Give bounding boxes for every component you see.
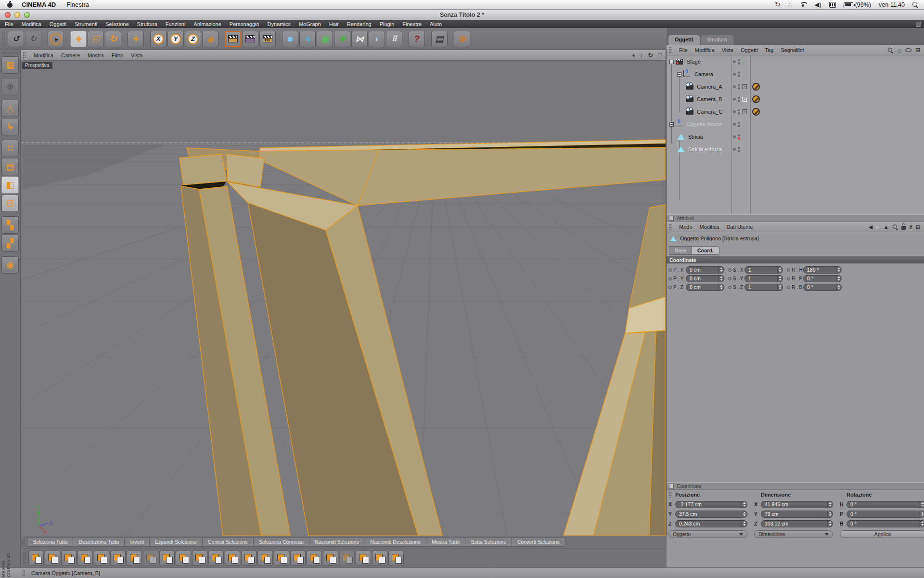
wifi-icon[interactable] — [799, 2, 807, 7]
bend[interactable] — [225, 551, 240, 566]
primitive-cube[interactable]: ■ — [282, 31, 298, 47]
layer-dot-icon[interactable] — [733, 110, 736, 113]
dimension-value-field[interactable]: 41.945 cm — [761, 501, 833, 508]
om-menu-item[interactable]: File — [679, 47, 688, 53]
app-menu-item[interactable]: Personaggio — [230, 21, 259, 27]
camera-target-icon[interactable] — [742, 97, 747, 102]
inner-extrude[interactable] — [176, 551, 191, 566]
stepper-icon[interactable] — [777, 284, 783, 290]
visibility-dots-icon[interactable] — [738, 147, 740, 152]
viewport-canvas[interactable]: Y Z X Prospettiva — [21, 61, 666, 536]
points-mode[interactable]: ∷ — [1, 140, 19, 157]
cut-edge[interactable] — [28, 551, 44, 566]
xpresso[interactable]: ▤ — [431, 31, 448, 47]
mirror[interactable] — [241, 551, 257, 566]
object-label[interactable]: Stricia estrusa — [688, 146, 722, 152]
last-tool-move[interactable]: + — [128, 31, 144, 47]
object-row[interactable]: Oggetto Scena ✓ — [667, 118, 924, 131]
deformer[interactable]: ✱ — [334, 31, 350, 47]
content-browser[interactable]: ⊕ — [454, 31, 470, 47]
layer-dot-icon[interactable] — [733, 85, 736, 88]
scene-symmetry[interactable]: ⋈ — [351, 31, 368, 47]
no-entry-tag-icon[interactable] — [752, 83, 760, 91]
stepper-icon[interactable] — [920, 521, 924, 527]
apply-button[interactable]: Applica — [840, 530, 924, 538]
viewport-menu-item[interactable]: Vista — [131, 53, 142, 58]
object-row[interactable]: Stage ✓ — [667, 55, 924, 68]
parent-object-icon[interactable]: ▲ — [884, 224, 889, 230]
search-icon[interactable] — [887, 47, 893, 53]
set-point-value[interactable] — [307, 551, 322, 566]
rotation-value-field[interactable]: 0 ° — [847, 520, 924, 527]
object-label[interactable]: Camera_C — [697, 109, 722, 115]
battery-icon[interactable]: (99%) — [844, 1, 871, 8]
app-menu-item[interactable]: Hair — [329, 21, 339, 27]
visibility-dots-icon[interactable] — [738, 59, 740, 65]
polygon-mode[interactable]: ◧ — [1, 176, 19, 194]
move[interactable]: + — [70, 31, 87, 47]
texture-mode[interactable]: ▚ — [1, 216, 19, 234]
coordinate-system[interactable]: ◈ — [202, 31, 218, 47]
iron[interactable] — [143, 551, 158, 566]
stepper-icon[interactable] — [836, 284, 841, 290]
viewport-drag-handle[interactable] — [23, 52, 26, 59]
selection-command-button[interactable]: Seleziona Tutto — [27, 538, 73, 546]
render-settings[interactable] — [259, 31, 276, 47]
axis-mode[interactable]: ↳ — [1, 118, 19, 135]
object-label[interactable]: Stage — [687, 59, 701, 65]
layer-dot-icon[interactable] — [733, 135, 736, 138]
modeling-toolbar-handle[interactable] — [23, 552, 26, 565]
coordinate-mode-dropdown[interactable]: Oggetto — [668, 530, 747, 538]
scale-field[interactable]: 1 — [744, 284, 783, 291]
object-label[interactable]: Camera — [694, 71, 713, 77]
attr-search-icon[interactable] — [892, 224, 898, 230]
bridge[interactable] — [77, 551, 93, 566]
visibility-dots-icon[interactable] — [738, 134, 740, 140]
panel-tab[interactable]: Struttura — [701, 35, 733, 45]
app-menu-item[interactable]: Animazione — [193, 21, 221, 27]
om-menu-handle[interactable] — [668, 47, 672, 54]
subdivide[interactable] — [323, 551, 338, 566]
view-label[interactable]: Prospettiva — [22, 62, 52, 69]
selection-command-button[interactable]: Inverti — [125, 538, 150, 546]
volume-icon[interactable]: ◀) — [814, 1, 821, 8]
app-menu-item[interactable]: Modifica — [22, 21, 41, 27]
weld-magnet[interactable] — [388, 551, 404, 566]
edge-mode[interactable]: ▤ — [1, 158, 19, 175]
position-value-field[interactable]: 0.243 cm — [675, 520, 747, 527]
om-menu-item[interactable]: Tag — [765, 47, 773, 53]
object-label[interactable]: Camera_A — [697, 84, 722, 90]
no-entry-tag-icon[interactable] — [752, 108, 760, 116]
rotation-field[interactable]: 180 ° — [803, 266, 842, 274]
visibility-dots-icon[interactable] — [738, 122, 740, 127]
visibility-dots-icon[interactable] — [738, 109, 740, 115]
app-menu-item[interactable]: Plugin — [380, 21, 395, 27]
particle-emitter[interactable]: ⠿ — [386, 31, 402, 47]
coord-handle[interactable] — [668, 491, 672, 498]
position-field[interactable]: 0 cm — [686, 284, 724, 291]
layer-dot-icon[interactable] — [733, 73, 736, 76]
object-label[interactable]: Oggetto Scena — [687, 121, 722, 127]
undo[interactable]: ↺ — [8, 31, 24, 47]
menubar-clock[interactable]: ven 11.40 — [879, 1, 905, 8]
selection-command-button[interactable]: Converti Selezione — [512, 538, 565, 546]
smooth-shift[interactable] — [208, 551, 224, 566]
add-point[interactable] — [45, 551, 60, 566]
maximize-view[interactable]: □ — [658, 52, 662, 59]
knife[interactable] — [94, 551, 109, 566]
render-view[interactable] — [225, 31, 241, 47]
add-panel-icon[interactable]: ⊞ — [915, 47, 920, 53]
zoom-view[interactable]: ↕ — [640, 52, 643, 59]
selection-command-button[interactable]: Mostra Tutto — [426, 538, 465, 546]
stepper-icon[interactable] — [920, 511, 924, 517]
panel-tab[interactable]: Oggetti — [668, 35, 700, 45]
object-label[interactable]: Stricia — [688, 134, 703, 140]
stepper-icon[interactable] — [777, 267, 783, 273]
bevel[interactable] — [61, 551, 77, 566]
visibility-dots-icon[interactable] — [738, 97, 740, 102]
selection-command-button[interactable]: Espandi Selezione — [150, 538, 203, 546]
axis-move[interactable] — [257, 551, 273, 566]
selection-command-button[interactable]: Nascondi Deselezione — [365, 538, 426, 546]
enabled-check-icon[interactable]: ✓ — [742, 59, 746, 65]
scale-field[interactable]: 1 — [744, 275, 783, 282]
